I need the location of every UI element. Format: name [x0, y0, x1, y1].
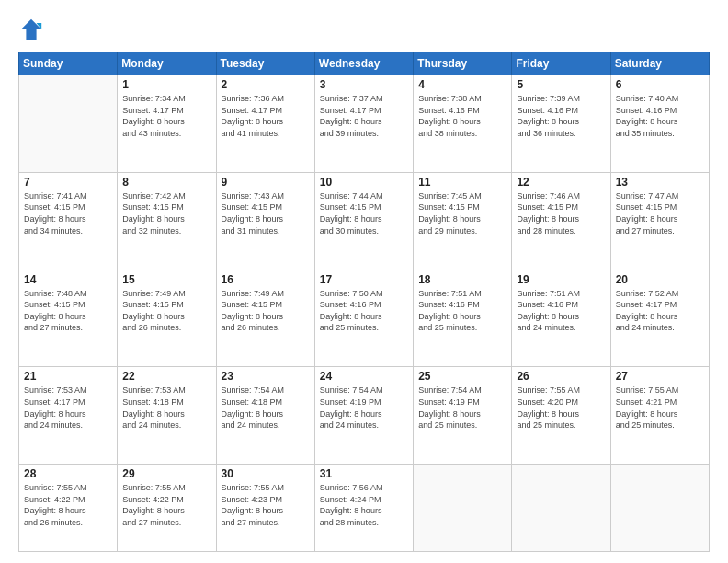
weekday-header-friday: Friday — [512, 52, 610, 75]
calendar-cell: 5Sunrise: 7:39 AM Sunset: 4:16 PM Daylig… — [512, 75, 610, 173]
header — [18, 17, 710, 42]
logo — [18, 17, 48, 42]
calendar-cell: 4Sunrise: 7:38 AM Sunset: 4:16 PM Daylig… — [414, 75, 512, 173]
calendar-cell: 2Sunrise: 7:36 AM Sunset: 4:17 PM Daylig… — [216, 75, 314, 173]
day-info: Sunrise: 7:46 AM Sunset: 4:15 PM Dayligh… — [517, 190, 605, 236]
day-info: Sunrise: 7:51 AM Sunset: 4:16 PM Dayligh… — [418, 288, 506, 334]
day-number: 10 — [320, 176, 408, 189]
day-number: 7 — [24, 176, 112, 189]
day-info: Sunrise: 7:38 AM Sunset: 4:16 PM Dayligh… — [418, 93, 506, 139]
calendar-cell: 9Sunrise: 7:43 AM Sunset: 4:15 PM Daylig… — [216, 172, 314, 270]
day-number: 23 — [222, 370, 310, 383]
calendar-cell: 29Sunrise: 7:55 AM Sunset: 4:22 PM Dayli… — [118, 465, 216, 552]
calendar-cell — [512, 465, 610, 552]
calendar-cell: 16Sunrise: 7:49 AM Sunset: 4:15 PM Dayli… — [216, 270, 314, 367]
day-number: 14 — [24, 273, 112, 286]
day-number: 25 — [418, 370, 506, 383]
day-info: Sunrise: 7:55 AM Sunset: 4:20 PM Dayligh… — [517, 385, 605, 431]
calendar-cell: 13Sunrise: 7:47 AM Sunset: 4:15 PM Dayli… — [610, 172, 709, 270]
day-number: 31 — [320, 467, 408, 480]
calendar-week-1: 7Sunrise: 7:41 AM Sunset: 4:15 PM Daylig… — [19, 172, 710, 270]
calendar-cell: 28Sunrise: 7:55 AM Sunset: 4:22 PM Dayli… — [19, 465, 118, 552]
day-number: 19 — [517, 273, 605, 286]
calendar-cell: 20Sunrise: 7:52 AM Sunset: 4:17 PM Dayli… — [610, 270, 709, 367]
day-number: 24 — [320, 370, 408, 383]
calendar-cell: 8Sunrise: 7:42 AM Sunset: 4:15 PM Daylig… — [118, 172, 216, 270]
day-info: Sunrise: 7:49 AM Sunset: 4:15 PM Dayligh… — [222, 288, 310, 334]
page: SundayMondayTuesdayWednesdayThursdayFrid… — [0, 0, 728, 563]
calendar-week-3: 21Sunrise: 7:53 AM Sunset: 4:17 PM Dayli… — [19, 367, 710, 465]
day-number: 4 — [418, 78, 506, 91]
day-number: 21 — [24, 370, 112, 383]
day-number: 28 — [24, 467, 112, 480]
day-number: 18 — [418, 273, 506, 286]
calendar-cell: 19Sunrise: 7:51 AM Sunset: 4:16 PM Dayli… — [512, 270, 610, 367]
weekday-header-monday: Monday — [118, 52, 216, 75]
day-number: 26 — [517, 370, 605, 383]
calendar-cell: 22Sunrise: 7:53 AM Sunset: 4:18 PM Dayli… — [118, 367, 216, 465]
calendar-cell — [610, 465, 709, 552]
calendar-cell: 1Sunrise: 7:34 AM Sunset: 4:17 PM Daylig… — [118, 75, 216, 173]
day-info: Sunrise: 7:55 AM Sunset: 4:23 PM Dayligh… — [222, 482, 310, 528]
day-info: Sunrise: 7:54 AM Sunset: 4:18 PM Dayligh… — [222, 385, 310, 431]
day-info: Sunrise: 7:43 AM Sunset: 4:15 PM Dayligh… — [222, 190, 310, 236]
weekday-header-row: SundayMondayTuesdayWednesdayThursdayFrid… — [19, 52, 710, 75]
calendar-cell — [414, 465, 512, 552]
day-number: 5 — [517, 78, 605, 91]
calendar-cell: 30Sunrise: 7:55 AM Sunset: 4:23 PM Dayli… — [216, 465, 314, 552]
day-number: 17 — [320, 273, 408, 286]
calendar-cell: 23Sunrise: 7:54 AM Sunset: 4:18 PM Dayli… — [216, 367, 314, 465]
svg-marker-0 — [21, 19, 41, 40]
day-number: 30 — [222, 467, 310, 480]
weekday-header-sunday: Sunday — [19, 52, 118, 75]
day-info: Sunrise: 7:48 AM Sunset: 4:15 PM Dayligh… — [24, 288, 112, 334]
day-number: 22 — [122, 370, 210, 383]
day-info: Sunrise: 7:53 AM Sunset: 4:17 PM Dayligh… — [24, 385, 112, 431]
day-number: 15 — [122, 273, 210, 286]
day-info: Sunrise: 7:42 AM Sunset: 4:15 PM Dayligh… — [122, 190, 210, 236]
day-number: 13 — [616, 176, 704, 189]
day-info: Sunrise: 7:44 AM Sunset: 4:15 PM Dayligh… — [320, 190, 408, 236]
day-info: Sunrise: 7:45 AM Sunset: 4:15 PM Dayligh… — [418, 190, 506, 236]
calendar-cell: 26Sunrise: 7:55 AM Sunset: 4:20 PM Dayli… — [512, 367, 610, 465]
day-number: 11 — [418, 176, 506, 189]
logo-icon — [18, 17, 44, 42]
day-info: Sunrise: 7:52 AM Sunset: 4:17 PM Dayligh… — [616, 288, 704, 334]
day-info: Sunrise: 7:51 AM Sunset: 4:16 PM Dayligh… — [517, 288, 605, 334]
calendar-cell: 14Sunrise: 7:48 AM Sunset: 4:15 PM Dayli… — [19, 270, 118, 367]
weekday-header-wednesday: Wednesday — [314, 52, 413, 75]
calendar-cell: 24Sunrise: 7:54 AM Sunset: 4:19 PM Dayli… — [314, 367, 413, 465]
day-number: 29 — [122, 467, 210, 480]
day-info: Sunrise: 7:55 AM Sunset: 4:21 PM Dayligh… — [616, 385, 704, 431]
day-info: Sunrise: 7:39 AM Sunset: 4:16 PM Dayligh… — [517, 93, 605, 139]
day-info: Sunrise: 7:54 AM Sunset: 4:19 PM Dayligh… — [418, 385, 506, 431]
calendar-cell: 7Sunrise: 7:41 AM Sunset: 4:15 PM Daylig… — [19, 172, 118, 270]
day-number: 3 — [320, 78, 408, 91]
day-number: 9 — [222, 176, 310, 189]
calendar-cell: 6Sunrise: 7:40 AM Sunset: 4:16 PM Daylig… — [610, 75, 709, 173]
day-number: 27 — [616, 370, 704, 383]
day-number: 6 — [616, 78, 704, 91]
day-info: Sunrise: 7:47 AM Sunset: 4:15 PM Dayligh… — [616, 190, 704, 236]
calendar-cell: 10Sunrise: 7:44 AM Sunset: 4:15 PM Dayli… — [314, 172, 413, 270]
calendar-cell: 18Sunrise: 7:51 AM Sunset: 4:16 PM Dayli… — [414, 270, 512, 367]
day-number: 1 — [122, 78, 210, 91]
day-info: Sunrise: 7:36 AM Sunset: 4:17 PM Dayligh… — [222, 93, 310, 139]
weekday-header-tuesday: Tuesday — [216, 52, 314, 75]
day-info: Sunrise: 7:53 AM Sunset: 4:18 PM Dayligh… — [122, 385, 210, 431]
calendar-cell: 25Sunrise: 7:54 AM Sunset: 4:19 PM Dayli… — [414, 367, 512, 465]
calendar-cell — [19, 75, 118, 173]
day-info: Sunrise: 7:55 AM Sunset: 4:22 PM Dayligh… — [122, 482, 210, 528]
calendar-cell: 17Sunrise: 7:50 AM Sunset: 4:16 PM Dayli… — [314, 270, 413, 367]
weekday-header-thursday: Thursday — [414, 52, 512, 75]
calendar-cell: 21Sunrise: 7:53 AM Sunset: 4:17 PM Dayli… — [19, 367, 118, 465]
day-info: Sunrise: 7:50 AM Sunset: 4:16 PM Dayligh… — [320, 288, 408, 334]
day-info: Sunrise: 7:56 AM Sunset: 4:24 PM Dayligh… — [320, 482, 408, 528]
calendar-week-4: 28Sunrise: 7:55 AM Sunset: 4:22 PM Dayli… — [19, 465, 710, 552]
calendar-cell: 27Sunrise: 7:55 AM Sunset: 4:21 PM Dayli… — [610, 367, 709, 465]
day-number: 2 — [222, 78, 310, 91]
day-info: Sunrise: 7:41 AM Sunset: 4:15 PM Dayligh… — [24, 190, 112, 236]
calendar-table: SundayMondayTuesdayWednesdayThursdayFrid… — [18, 52, 710, 552]
day-info: Sunrise: 7:49 AM Sunset: 4:15 PM Dayligh… — [122, 288, 210, 334]
calendar-cell: 3Sunrise: 7:37 AM Sunset: 4:17 PM Daylig… — [314, 75, 413, 173]
